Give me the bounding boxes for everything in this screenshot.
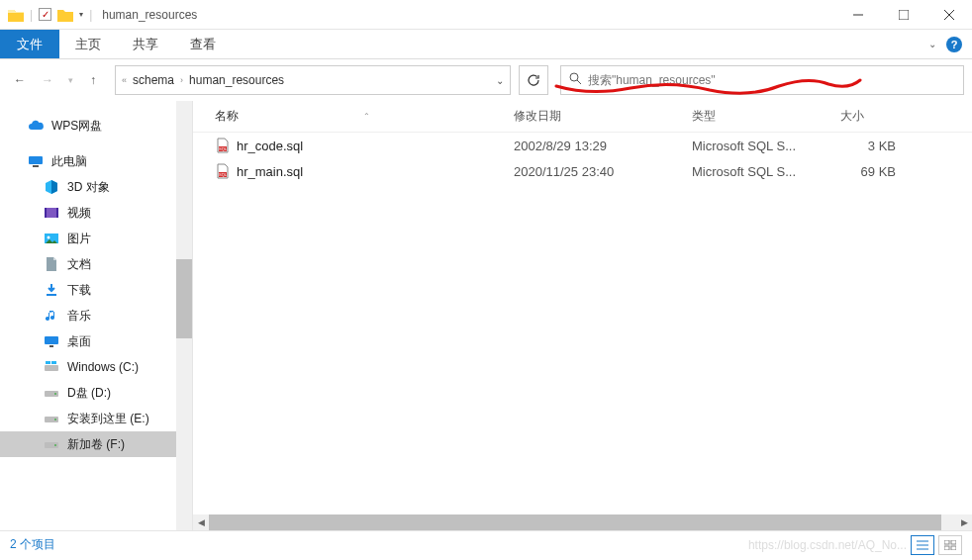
tab-view[interactable]: 查看 [174, 30, 232, 58]
tab-share[interactable]: 共享 [117, 30, 174, 58]
up-button[interactable]: ↑ [81, 68, 105, 92]
nav-item-label: 下载 [67, 282, 91, 299]
sql-file-icon: SQL [215, 138, 231, 153]
address-dropdown-icon[interactable]: ⌄ [496, 75, 504, 86]
tab-home[interactable]: 主页 [59, 30, 117, 58]
chevron-right-icon: › [180, 75, 183, 85]
svg-rect-14 [45, 336, 58, 344]
file-size: 69 KB [832, 164, 916, 179]
chevron-left-icon: « [122, 75, 127, 85]
breadcrumb-item[interactable]: human_resources [189, 73, 284, 87]
view-thumbnails-button[interactable] [938, 535, 962, 555]
nav-item[interactable]: 文档 [0, 251, 192, 277]
horizontal-scrollbar[interactable]: ◀ ▶ [193, 514, 972, 530]
nav-wps-drive[interactable]: WPS网盘 [0, 113, 192, 139]
minimize-button[interactable] [835, 0, 881, 30]
nav-item-label: Windows (C:) [67, 360, 139, 374]
separator: | [89, 8, 92, 22]
music-icon [44, 308, 59, 324]
drive-icon [44, 411, 59, 426]
column-headers: 名称⌃ 修改日期 类型 大小 [193, 101, 972, 133]
breadcrumb-item[interactable]: schema [133, 73, 174, 87]
svg-text:SQL: SQL [219, 146, 228, 151]
svg-rect-16 [45, 365, 58, 371]
titlebar: | ✓ ▾ | human_resources [0, 0, 972, 30]
window-title: human_resources [102, 8, 197, 22]
svg-point-4 [570, 73, 578, 81]
ribbon: 文件 主页 共享 查看 ⌄ ? [0, 30, 972, 59]
file-size: 3 KB [832, 139, 916, 153]
file-row[interactable]: SQLhr_main.sql2020/11/25 23:40Microsoft … [193, 158, 972, 184]
svg-rect-1 [899, 10, 909, 20]
view-details-button[interactable] [911, 535, 934, 555]
forward-button[interactable]: → [36, 68, 59, 92]
sort-asc-icon: ⌃ [363, 112, 370, 121]
3d-icon [44, 179, 59, 195]
svg-rect-6 [29, 156, 43, 164]
nav-this-pc[interactable]: 此电脑 [0, 148, 192, 174]
sql-file-icon: SQL [215, 163, 231, 179]
scroll-left-icon[interactable]: ◀ [193, 514, 209, 530]
file-type: Microsoft SQL S... [684, 164, 832, 179]
watermark-text: https://blog.csdn.net/AQ_No... [748, 538, 907, 552]
scroll-right-icon[interactable]: ▶ [956, 514, 972, 530]
svg-rect-10 [56, 208, 58, 218]
svg-text:SQL: SQL [219, 172, 228, 177]
item-count: 2 个项目 [10, 536, 55, 553]
svg-point-12 [48, 236, 50, 239]
nav-item[interactable]: 3D 对象 [0, 174, 192, 200]
nav-item[interactable]: 安装到这里 (E:) [0, 406, 192, 431]
col-size[interactable]: 大小 [832, 108, 916, 125]
svg-rect-13 [47, 294, 56, 296]
nav-item-label: 新加卷 (F:) [67, 436, 125, 453]
svg-point-24 [54, 444, 56, 446]
svg-rect-33 [951, 540, 956, 544]
file-row[interactable]: SQLhr_code.sql2002/8/29 13:29Microsoft S… [193, 133, 972, 158]
video-icon [44, 205, 59, 221]
nav-item[interactable]: 下载 [0, 277, 192, 303]
pictures-icon [44, 231, 59, 246]
nav-item[interactable]: D盘 (D:) [0, 380, 192, 406]
svg-rect-17 [46, 361, 50, 364]
address-bar[interactable]: « schema › human_resources ⌄ [115, 65, 511, 95]
col-name[interactable]: 名称⌃ [193, 108, 506, 125]
recent-dropdown-icon[interactable]: ▾ [63, 68, 77, 92]
qat-checkbox-icon[interactable]: ✓ [39, 8, 51, 21]
svg-point-22 [54, 419, 56, 420]
svg-rect-7 [33, 165, 39, 167]
folder-icon [8, 8, 24, 22]
col-date[interactable]: 修改日期 [506, 108, 684, 125]
cloud-icon [28, 118, 44, 134]
tab-file[interactable]: 文件 [0, 30, 59, 58]
nav-item[interactable]: 视频 [0, 200, 192, 226]
svg-rect-34 [944, 546, 949, 550]
ribbon-expand-icon[interactable]: ⌄ [928, 39, 936, 49]
nav-item-label: D盘 (D:) [67, 385, 111, 402]
nav-item[interactable]: 新加卷 (F:) [0, 431, 192, 457]
drive-win-icon [44, 359, 59, 375]
svg-rect-8 [45, 208, 58, 218]
col-type[interactable]: 类型 [684, 108, 832, 125]
close-button[interactable] [926, 0, 972, 30]
content-area: WPS网盘 此电脑 3D 对象视频图片文档下载音乐桌面Windows (C:)D… [0, 101, 972, 530]
drive-icon [44, 385, 59, 401]
nav-item-label: 安装到这里 (E:) [67, 411, 149, 427]
refresh-button[interactable] [519, 65, 548, 95]
qat-dropdown-icon[interactable]: ▾ [79, 10, 83, 19]
status-bar: 2 个项目 https://blog.csdn.net/AQ_No... [0, 530, 972, 558]
nav-item[interactable]: Windows (C:) [0, 354, 192, 380]
svg-rect-18 [51, 361, 56, 364]
nav-item[interactable]: 音乐 [0, 303, 192, 328]
navbar: ← → ▾ ↑ « schema › human_resources ⌄ 搜索"… [0, 59, 972, 101]
nav-scroll-thumb[interactable] [176, 259, 192, 338]
nav-pane: WPS网盘 此电脑 3D 对象视频图片文档下载音乐桌面Windows (C:)D… [0, 101, 193, 530]
nav-item[interactable]: 桌面 [0, 328, 192, 354]
maximize-button[interactable] [881, 0, 926, 30]
help-button[interactable]: ? [946, 37, 962, 52]
search-box[interactable]: 搜索"human_resources" [560, 65, 964, 95]
scroll-thumb[interactable] [209, 514, 941, 530]
file-type: Microsoft SQL S... [684, 139, 832, 153]
nav-item-label: 文档 [67, 256, 91, 273]
nav-item[interactable]: 图片 [0, 226, 192, 251]
back-button[interactable]: ← [8, 68, 32, 92]
